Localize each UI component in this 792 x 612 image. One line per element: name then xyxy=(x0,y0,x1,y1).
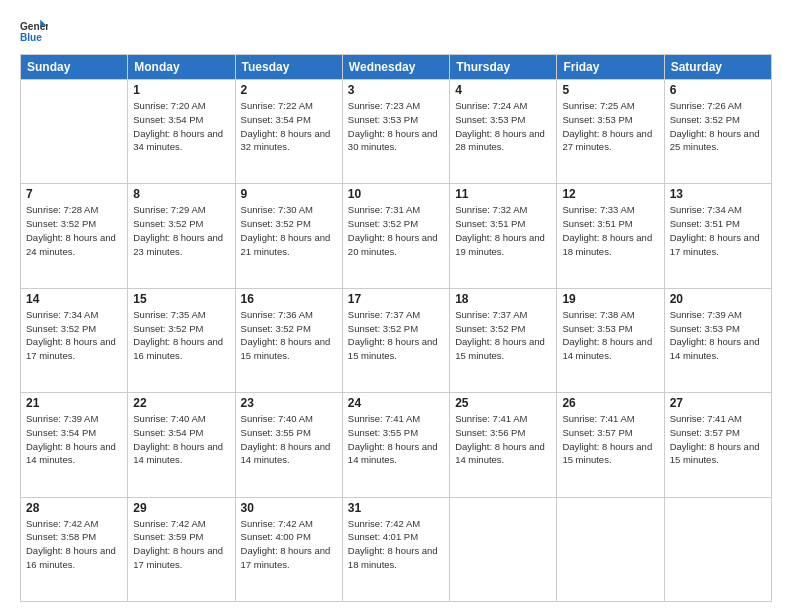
calendar-cell: 15Sunrise: 7:35 AM Sunset: 3:52 PM Dayli… xyxy=(128,288,235,392)
day-info: Sunrise: 7:40 AM Sunset: 3:54 PM Dayligh… xyxy=(133,412,229,467)
calendar-cell: 26Sunrise: 7:41 AM Sunset: 3:57 PM Dayli… xyxy=(557,393,664,497)
day-number: 11 xyxy=(455,187,551,201)
calendar-cell xyxy=(664,497,771,601)
day-info: Sunrise: 7:34 AM Sunset: 3:51 PM Dayligh… xyxy=(670,203,766,258)
day-info: Sunrise: 7:42 AM Sunset: 3:58 PM Dayligh… xyxy=(26,517,122,572)
weekday-header-cell: Monday xyxy=(128,55,235,80)
day-info: Sunrise: 7:39 AM Sunset: 3:53 PM Dayligh… xyxy=(670,308,766,363)
svg-text:General: General xyxy=(20,21,48,32)
calendar-cell: 31Sunrise: 7:42 AM Sunset: 4:01 PM Dayli… xyxy=(342,497,449,601)
day-number: 27 xyxy=(670,396,766,410)
logo-icon: General Blue xyxy=(20,18,48,46)
calendar-table: SundayMondayTuesdayWednesdayThursdayFrid… xyxy=(20,54,772,602)
calendar-cell xyxy=(21,80,128,184)
weekday-header-cell: Friday xyxy=(557,55,664,80)
day-number: 30 xyxy=(241,501,337,515)
day-info: Sunrise: 7:37 AM Sunset: 3:52 PM Dayligh… xyxy=(455,308,551,363)
day-number: 12 xyxy=(562,187,658,201)
weekday-header-cell: Saturday xyxy=(664,55,771,80)
day-number: 17 xyxy=(348,292,444,306)
calendar-cell: 27Sunrise: 7:41 AM Sunset: 3:57 PM Dayli… xyxy=(664,393,771,497)
calendar-cell: 9Sunrise: 7:30 AM Sunset: 3:52 PM Daylig… xyxy=(235,184,342,288)
day-number: 15 xyxy=(133,292,229,306)
day-info: Sunrise: 7:40 AM Sunset: 3:55 PM Dayligh… xyxy=(241,412,337,467)
calendar-cell: 19Sunrise: 7:38 AM Sunset: 3:53 PM Dayli… xyxy=(557,288,664,392)
header: General Blue xyxy=(20,18,772,46)
calendar-cell: 7Sunrise: 7:28 AM Sunset: 3:52 PM Daylig… xyxy=(21,184,128,288)
day-info: Sunrise: 7:32 AM Sunset: 3:51 PM Dayligh… xyxy=(455,203,551,258)
calendar-cell: 29Sunrise: 7:42 AM Sunset: 3:59 PM Dayli… xyxy=(128,497,235,601)
calendar-cell: 22Sunrise: 7:40 AM Sunset: 3:54 PM Dayli… xyxy=(128,393,235,497)
day-number: 24 xyxy=(348,396,444,410)
day-info: Sunrise: 7:20 AM Sunset: 3:54 PM Dayligh… xyxy=(133,99,229,154)
day-number: 13 xyxy=(670,187,766,201)
calendar-week-row: 21Sunrise: 7:39 AM Sunset: 3:54 PM Dayli… xyxy=(21,393,772,497)
day-info: Sunrise: 7:36 AM Sunset: 3:52 PM Dayligh… xyxy=(241,308,337,363)
calendar-cell: 30Sunrise: 7:42 AM Sunset: 4:00 PM Dayli… xyxy=(235,497,342,601)
day-number: 3 xyxy=(348,83,444,97)
day-number: 16 xyxy=(241,292,337,306)
logo: General Blue xyxy=(20,18,48,46)
day-number: 29 xyxy=(133,501,229,515)
day-info: Sunrise: 7:39 AM Sunset: 3:54 PM Dayligh… xyxy=(26,412,122,467)
day-info: Sunrise: 7:42 AM Sunset: 3:59 PM Dayligh… xyxy=(133,517,229,572)
calendar-cell: 18Sunrise: 7:37 AM Sunset: 3:52 PM Dayli… xyxy=(450,288,557,392)
day-info: Sunrise: 7:42 AM Sunset: 4:00 PM Dayligh… xyxy=(241,517,337,572)
day-info: Sunrise: 7:41 AM Sunset: 3:57 PM Dayligh… xyxy=(562,412,658,467)
day-number: 21 xyxy=(26,396,122,410)
day-info: Sunrise: 7:33 AM Sunset: 3:51 PM Dayligh… xyxy=(562,203,658,258)
day-number: 22 xyxy=(133,396,229,410)
calendar-cell: 24Sunrise: 7:41 AM Sunset: 3:55 PM Dayli… xyxy=(342,393,449,497)
day-info: Sunrise: 7:25 AM Sunset: 3:53 PM Dayligh… xyxy=(562,99,658,154)
calendar-cell: 5Sunrise: 7:25 AM Sunset: 3:53 PM Daylig… xyxy=(557,80,664,184)
day-number: 25 xyxy=(455,396,551,410)
day-number: 7 xyxy=(26,187,122,201)
calendar-cell: 23Sunrise: 7:40 AM Sunset: 3:55 PM Dayli… xyxy=(235,393,342,497)
calendar-cell: 21Sunrise: 7:39 AM Sunset: 3:54 PM Dayli… xyxy=(21,393,128,497)
day-number: 28 xyxy=(26,501,122,515)
calendar-cell: 4Sunrise: 7:24 AM Sunset: 3:53 PM Daylig… xyxy=(450,80,557,184)
day-info: Sunrise: 7:31 AM Sunset: 3:52 PM Dayligh… xyxy=(348,203,444,258)
day-number: 4 xyxy=(455,83,551,97)
calendar-week-row: 14Sunrise: 7:34 AM Sunset: 3:52 PM Dayli… xyxy=(21,288,772,392)
calendar-cell: 6Sunrise: 7:26 AM Sunset: 3:52 PM Daylig… xyxy=(664,80,771,184)
calendar-cell: 10Sunrise: 7:31 AM Sunset: 3:52 PM Dayli… xyxy=(342,184,449,288)
day-number: 5 xyxy=(562,83,658,97)
calendar-cell: 20Sunrise: 7:39 AM Sunset: 3:53 PM Dayli… xyxy=(664,288,771,392)
calendar-cell: 2Sunrise: 7:22 AM Sunset: 3:54 PM Daylig… xyxy=(235,80,342,184)
day-number: 26 xyxy=(562,396,658,410)
weekday-header-cell: Tuesday xyxy=(235,55,342,80)
calendar-page: General Blue SundayMondayTuesdayWednesda… xyxy=(0,0,792,612)
day-number: 18 xyxy=(455,292,551,306)
calendar-cell: 28Sunrise: 7:42 AM Sunset: 3:58 PM Dayli… xyxy=(21,497,128,601)
day-number: 8 xyxy=(133,187,229,201)
calendar-cell: 14Sunrise: 7:34 AM Sunset: 3:52 PM Dayli… xyxy=(21,288,128,392)
calendar-cell: 25Sunrise: 7:41 AM Sunset: 3:56 PM Dayli… xyxy=(450,393,557,497)
day-number: 20 xyxy=(670,292,766,306)
calendar-cell: 8Sunrise: 7:29 AM Sunset: 3:52 PM Daylig… xyxy=(128,184,235,288)
day-number: 19 xyxy=(562,292,658,306)
day-info: Sunrise: 7:28 AM Sunset: 3:52 PM Dayligh… xyxy=(26,203,122,258)
calendar-cell: 11Sunrise: 7:32 AM Sunset: 3:51 PM Dayli… xyxy=(450,184,557,288)
day-number: 2 xyxy=(241,83,337,97)
day-info: Sunrise: 7:24 AM Sunset: 3:53 PM Dayligh… xyxy=(455,99,551,154)
calendar-cell: 16Sunrise: 7:36 AM Sunset: 3:52 PM Dayli… xyxy=(235,288,342,392)
day-info: Sunrise: 7:35 AM Sunset: 3:52 PM Dayligh… xyxy=(133,308,229,363)
day-info: Sunrise: 7:37 AM Sunset: 3:52 PM Dayligh… xyxy=(348,308,444,363)
calendar-cell: 12Sunrise: 7:33 AM Sunset: 3:51 PM Dayli… xyxy=(557,184,664,288)
day-info: Sunrise: 7:34 AM Sunset: 3:52 PM Dayligh… xyxy=(26,308,122,363)
day-info: Sunrise: 7:41 AM Sunset: 3:57 PM Dayligh… xyxy=(670,412,766,467)
svg-text:Blue: Blue xyxy=(20,32,42,43)
weekday-header-cell: Sunday xyxy=(21,55,128,80)
calendar-cell xyxy=(557,497,664,601)
day-info: Sunrise: 7:26 AM Sunset: 3:52 PM Dayligh… xyxy=(670,99,766,154)
weekday-header-cell: Wednesday xyxy=(342,55,449,80)
calendar-week-row: 28Sunrise: 7:42 AM Sunset: 3:58 PM Dayli… xyxy=(21,497,772,601)
day-info: Sunrise: 7:22 AM Sunset: 3:54 PM Dayligh… xyxy=(241,99,337,154)
day-number: 6 xyxy=(670,83,766,97)
day-number: 10 xyxy=(348,187,444,201)
calendar-week-row: 7Sunrise: 7:28 AM Sunset: 3:52 PM Daylig… xyxy=(21,184,772,288)
day-info: Sunrise: 7:30 AM Sunset: 3:52 PM Dayligh… xyxy=(241,203,337,258)
day-number: 14 xyxy=(26,292,122,306)
calendar-cell: 1Sunrise: 7:20 AM Sunset: 3:54 PM Daylig… xyxy=(128,80,235,184)
